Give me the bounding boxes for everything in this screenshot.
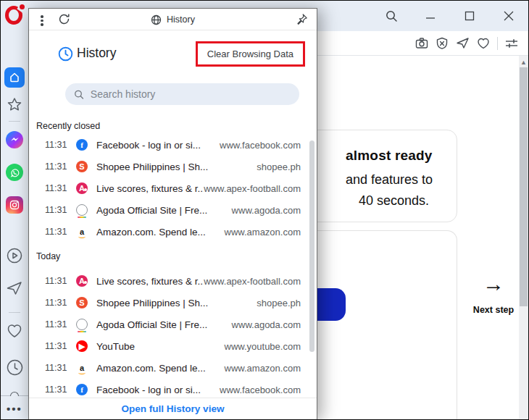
open-full-history-link[interactable]: Open full History view — [122, 403, 225, 414]
history-row[interactable]: 11:31 S Shopee Philippines | Sh... shope… — [29, 292, 317, 314]
row-time: 11:31 — [45, 161, 69, 172]
shopee-favicon-icon: S — [76, 297, 88, 308]
history-row[interactable]: 11:31 A Live scores, fixtures & r... www… — [29, 177, 317, 199]
card-title: almost ready — [346, 148, 433, 164]
search-icon[interactable] — [380, 5, 402, 27]
toolbar-divider — [497, 37, 498, 50]
row-url: www.amazon.com — [225, 363, 301, 374]
row-url: shopee.ph — [257, 161, 301, 172]
sidebar-divider — [9, 312, 20, 313]
row-url: www.amazon.com — [225, 227, 301, 238]
annotation-highlight-box: Clear Browsing Data — [196, 41, 305, 67]
sidebar-item-player[interactable] — [1, 247, 28, 264]
youtube-favicon-icon: ▶ — [76, 340, 88, 352]
panel-topbar: History — [29, 9, 317, 30]
myflow-send-icon[interactable] — [456, 37, 470, 49]
apex-favicon-icon: A — [76, 182, 88, 194]
player-icon — [6, 247, 23, 264]
row-time: 11:31 — [45, 298, 69, 308]
clock-icon — [6, 358, 24, 377]
row-time: 11:31 — [45, 276, 69, 286]
row-time: 11:31 — [45, 363, 69, 373]
row-title: Shopee Philippines | Sh... — [96, 298, 221, 308]
search-history-input[interactable] — [91, 88, 291, 100]
history-row[interactable]: 11:31 f Facebook - log in or si... www.f… — [29, 134, 317, 156]
heart-icon — [7, 324, 22, 338]
row-title: Agoda Official Site | Fre... — [96, 205, 221, 216]
sidebar-item-likes[interactable] — [1, 324, 28, 338]
maximize-button[interactable] — [459, 5, 480, 27]
row-title: Shopee Philippines | Sh... — [96, 161, 221, 172]
snapshot-camera-icon[interactable] — [415, 37, 428, 49]
row-time: 11:31 — [45, 205, 69, 215]
panel-scrollbar-thumb[interactable] — [309, 140, 315, 352]
row-url: www.youtube.com — [225, 341, 301, 352]
history-panel: History History Clear Browsing Data Rece… — [28, 8, 317, 420]
row-url: www.agoda.com — [232, 319, 301, 330]
onboarding-action-card — [305, 230, 457, 420]
sidebar: ••• — [1, 1, 28, 419]
row-title: YouTube — [96, 341, 221, 352]
history-row[interactable]: 11:31 a Amazon.com. Spend le... www.amaz… — [29, 357, 317, 379]
row-title: Amazon.com. Spend le... — [96, 227, 221, 238]
row-url: www.facebook.com — [220, 385, 301, 395]
facebook-favicon-icon: f — [76, 384, 88, 395]
sidebar-item-history[interactable] — [1, 358, 28, 377]
search-history-field[interactable] — [65, 83, 299, 105]
adblock-shield-icon[interactable] — [436, 37, 449, 50]
instagram-icon — [6, 196, 23, 214]
facebook-favicon-icon: f — [76, 139, 88, 151]
agoda-favicon-icon — [76, 204, 88, 216]
agoda-favicon-icon — [76, 319, 88, 330]
row-title: Facebook - log in or si... — [96, 140, 220, 151]
pin-icon[interactable] — [296, 13, 308, 25]
panel-body: History Clear Browsing Data Recently clo… — [29, 30, 317, 419]
history-row[interactable]: 11:31 a Amazon.com. Spend le... www.amaz… — [29, 221, 317, 243]
browser-window: almost ready and features to 40 seconds.… — [0, 0, 529, 420]
row-time: 11:31 — [45, 385, 69, 395]
row-url: shopee.ph — [257, 298, 301, 308]
close-button[interactable] — [498, 5, 520, 27]
history-row[interactable]: 11:31 Agoda Official Site | Fre... www.a… — [29, 314, 317, 335]
panel-tab-title: History — [167, 14, 195, 25]
row-url: www.facebook.com — [220, 140, 301, 151]
sidebar-item-myflow[interactable] — [1, 280, 28, 296]
row-time: 11:31 — [45, 227, 69, 237]
history-row[interactable]: 11:31 A Live scores, fixtures & r... www… — [29, 270, 317, 292]
sidebar-item-messenger[interactable] — [1, 131, 28, 148]
page-scrollbar-thumb[interactable] — [520, 67, 528, 306]
star-icon — [7, 97, 22, 112]
history-row[interactable]: 11:31 ▶ YouTube www.youtube.com — [29, 335, 317, 357]
history-row[interactable]: 11:31 Agoda Official Site | Fre... www.a… — [29, 199, 317, 221]
send-icon — [6, 280, 23, 296]
messenger-icon — [6, 131, 23, 148]
sidebar-item-instagram[interactable] — [1, 196, 28, 214]
easy-setup-sliders-icon[interactable] — [505, 38, 518, 49]
opera-logo-icon — [5, 4, 25, 25]
globe-icon — [151, 14, 162, 25]
row-url: www.agoda.com — [232, 205, 301, 216]
card-line-2: 40 seconds. — [346, 193, 429, 209]
scroll-up-icon[interactable]: ▲ — [519, 57, 528, 67]
minimize-button[interactable] — [420, 5, 441, 27]
row-time: 11:31 — [45, 183, 69, 193]
row-time: 11:31 — [45, 319, 69, 329]
row-title: Amazon.com. Spend le... — [96, 363, 221, 374]
clear-browsing-data-button[interactable]: Clear Browsing Data — [198, 43, 303, 64]
row-url: www.apex-football.com — [204, 183, 301, 194]
sidebar-more-button[interactable]: ••• — [1, 403, 28, 415]
row-time: 11:31 — [45, 341, 69, 351]
panel-title: History — [77, 46, 116, 61]
amazon-favicon-icon: a — [76, 362, 88, 374]
page-scrollbar[interactable]: ▲ — [519, 56, 528, 419]
bookmark-heart-icon[interactable] — [477, 38, 490, 49]
home-icon — [4, 67, 25, 88]
sidebar-item-home[interactable] — [1, 67, 28, 88]
extensions-icon — [10, 392, 19, 396]
row-title: Agoda Official Site | Fre... — [96, 319, 221, 330]
sidebar-item-bookmarks[interactable] — [1, 97, 28, 112]
apex-favicon-icon: A — [76, 275, 88, 287]
sidebar-item-whatsapp[interactable] — [1, 164, 28, 181]
row-url: www.apex-football.com — [204, 276, 301, 287]
history-row[interactable]: 11:31 S Shopee Philippines | Sh... shope… — [29, 156, 317, 177]
